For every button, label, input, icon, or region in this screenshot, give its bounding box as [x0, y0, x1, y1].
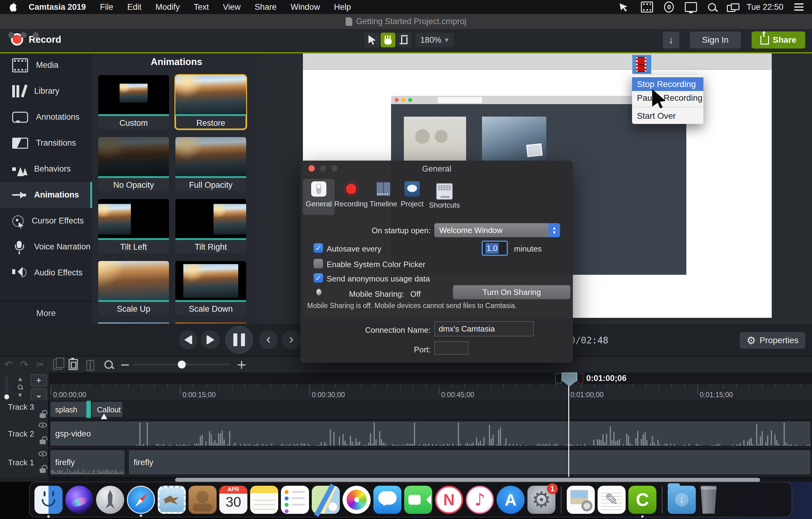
dock-camtasia-icon[interactable]: C — [628, 486, 657, 514]
eye-icon[interactable] — [38, 451, 47, 457]
port-field[interactable] — [434, 341, 468, 355]
track-height-slider[interactable] — [5, 375, 8, 398]
crop-tool-button[interactable] — [397, 33, 411, 47]
dock-facetime-icon[interactable] — [404, 486, 432, 514]
redo-button[interactable]: ↷ — [18, 358, 30, 371]
dock-preview-icon[interactable] — [567, 486, 595, 514]
select-tool-button[interactable] — [365, 33, 379, 47]
dock-itunes-icon[interactable]: ♪ — [466, 486, 494, 514]
connection-name-field[interactable]: dmx's Camtasia — [434, 321, 534, 336]
animation-card-scale-down[interactable]: Scale Down — [175, 261, 246, 315]
status-filmstrip-icon[interactable] — [641, 2, 653, 12]
autosave-checkbox[interactable]: ✓ — [314, 243, 323, 253]
zoom-out-button[interactable]: − — [119, 358, 131, 371]
tab-shortcuts[interactable]: Shortcuts — [429, 179, 460, 215]
next-frame-button[interactable] — [201, 330, 220, 349]
sidebar-item-cursor-effects[interactable]: Cursor Effects — [0, 208, 92, 234]
dock-photos-icon[interactable] — [343, 486, 371, 514]
dock-siri-icon[interactable] — [65, 486, 93, 514]
animation-card-full-opacity[interactable]: Full Opacity — [175, 137, 246, 191]
properties-button[interactable]: ⚙ Properties — [740, 332, 805, 349]
lock-icon[interactable] — [40, 413, 46, 418]
dock-maps-icon[interactable] — [312, 486, 340, 514]
menu-item-stop-recording[interactable]: Stop Recording — [632, 77, 703, 91]
cut-button[interactable]: ✂ — [34, 358, 46, 371]
sidebar-item-transitions[interactable]: Transitions — [0, 130, 92, 156]
tab-project[interactable]: Project — [396, 179, 428, 215]
pause-button[interactable] — [225, 326, 253, 354]
clip-firefly-2[interactable]: firefly — [128, 449, 811, 475]
startup-popup[interactable]: Welcome Window ▴▾ — [434, 223, 560, 237]
playhead-out-handle[interactable] — [577, 373, 583, 383]
animation-card-custom[interactable]: Custom — [98, 75, 169, 129]
dock-appstore-icon[interactable]: A — [497, 486, 525, 514]
sidebar-item-animations[interactable]: Animations — [0, 182, 92, 208]
pan-tool-button[interactable] — [381, 33, 395, 47]
clip-splash[interactable]: splash — [50, 401, 88, 418]
spotlight-search-icon[interactable] — [708, 3, 716, 11]
menu-item-pause-recording[interactable]: Pause Recording — [632, 91, 703, 105]
tab-timeline[interactable]: Timeline — [368, 179, 399, 215]
dock-finder-icon[interactable] — [34, 486, 62, 514]
window-zoom-button[interactable] — [33, 32, 39, 38]
undo-button[interactable]: ↶ — [2, 358, 14, 371]
menu-window[interactable]: Window — [291, 2, 320, 12]
status-cursor-icon[interactable] — [619, 2, 630, 11]
animation-arrow-icon[interactable] — [101, 410, 107, 419]
menu-file[interactable]: File — [100, 2, 114, 12]
color-picker-checkbox[interactable] — [314, 259, 323, 268]
window-minimize-button[interactable] — [21, 32, 27, 38]
sidebar-more-button[interactable]: More — [0, 301, 92, 325]
menu-modify[interactable]: Modify — [155, 2, 180, 12]
track-zoom-arrows[interactable]: ▲▼ — [17, 376, 23, 399]
copy-button[interactable] — [51, 358, 63, 371]
timeline-zoom-slider[interactable] — [133, 364, 230, 365]
clip-callout[interactable]: Callout — [91, 401, 123, 418]
animation-card-restore[interactable]: Restore — [175, 75, 246, 129]
menu-share[interactable]: Share — [255, 2, 277, 12]
status-onepassword-icon[interactable]: 0 — [664, 2, 674, 12]
sidebar-item-audio-effects[interactable]: Audio Effects — [0, 260, 92, 286]
apple-menu-icon[interactable] — [9, 2, 17, 11]
previous-frame-button[interactable] — [179, 330, 198, 349]
menu-item-start-over[interactable]: Start Over — [632, 109, 703, 123]
dock-notes-icon[interactable] — [250, 486, 278, 514]
eye-icon[interactable] — [38, 422, 47, 428]
lock-icon[interactable] — [40, 440, 46, 444]
sidebar-item-behaviors[interactable]: Behaviors — [0, 156, 92, 182]
menu-app-name[interactable]: Camtasia 2019 — [29, 2, 86, 12]
dock-contacts-icon[interactable] — [188, 486, 216, 514]
clip-gsp-video[interactable]: gsp-video — [50, 421, 811, 446]
dock-trash-icon[interactable] — [698, 486, 719, 514]
selected-recording-clip[interactable] — [632, 55, 651, 74]
dock-mail-icon[interactable] — [158, 486, 186, 514]
dock-textedit-icon[interactable]: ✎ — [598, 486, 626, 514]
canvas-zoom-dropdown[interactable]: 180% ▼ — [416, 33, 454, 47]
jump-forward-button[interactable]: › — [282, 330, 301, 349]
dock-launchpad-icon[interactable] — [96, 486, 124, 514]
notification-center-icon[interactable] — [794, 3, 804, 11]
dock-safari-icon[interactable] — [127, 486, 155, 514]
timeline-scrub-strip[interactable] — [49, 373, 812, 384]
share-button[interactable]: Share — [752, 31, 805, 49]
menu-text[interactable]: Text — [194, 2, 209, 12]
split-button[interactable] — [84, 358, 96, 371]
playhead-line[interactable] — [568, 386, 569, 477]
dock-messages-icon[interactable] — [373, 486, 401, 514]
transition-marker[interactable] — [86, 401, 91, 418]
animation-card-scale-up[interactable]: Scale Up — [98, 261, 169, 315]
animation-card-tilt-right[interactable]: Tilt Right — [175, 199, 246, 253]
download-button[interactable]: ↓ — [663, 31, 679, 49]
hscrollbar-thumb[interactable] — [175, 478, 760, 482]
zoom-in-button[interactable]: + — [235, 358, 248, 371]
animation-card-tilt-left[interactable]: Tilt Left — [98, 199, 169, 253]
menu-edit[interactable]: Edit — [127, 2, 142, 12]
usage-data-checkbox[interactable]: ✓ — [314, 273, 323, 283]
timeline-ruler[interactable]: 0:00:00;00 0:00:15;00 0:00:30;00 0:00:45… — [49, 384, 812, 400]
dock-news-icon[interactable]: N — [435, 486, 463, 514]
tab-general[interactable]: General — [303, 179, 335, 215]
dock-reminders-icon[interactable] — [281, 486, 309, 514]
menu-help[interactable]: Help — [334, 2, 351, 12]
animation-card-no-opacity[interactable]: No Opacity — [98, 137, 169, 191]
sidebar-item-annotations[interactable]: Annotations — [0, 104, 92, 130]
